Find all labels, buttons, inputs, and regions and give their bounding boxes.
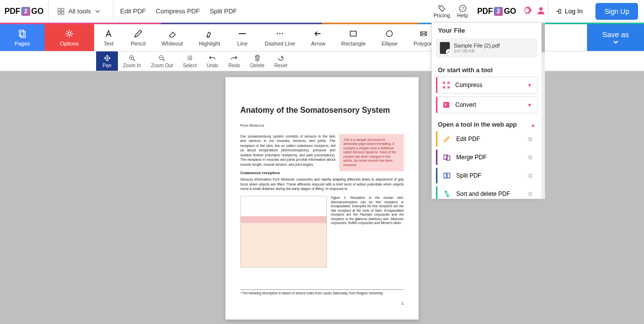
user-button[interactable] — [534, 3, 548, 19]
panel-scrollbar[interactable] — [541, 23, 545, 199]
line-tool[interactable]: Line — [228, 24, 257, 51]
svg-rect-1 — [61, 8, 64, 11]
svg-line-20 — [133, 59, 135, 60]
undo-button[interactable]: Undo — [202, 51, 223, 71]
page-number: 1 — [402, 301, 404, 306]
logo-right[interactable]: PDF2GO — [473, 7, 520, 16]
svg-rect-2 — [58, 12, 60, 14]
page-title: Anatomy of the Somatosensory System — [240, 106, 404, 115]
delete-button[interactable]: Delete — [245, 51, 269, 71]
your-file-heading: Your File — [432, 23, 541, 38]
logo-2-icon: 2 — [21, 7, 30, 16]
pencil-tool[interactable]: Pencil — [123, 24, 154, 51]
line-icon — [237, 29, 247, 39]
page-p2: Sensory information from Meissner corpus… — [240, 177, 404, 191]
convert-tool[interactable]: Convert ▼ — [436, 96, 537, 113]
compress-tool[interactable]: Compress ▼ — [436, 77, 537, 93]
top-nav: PDF2GO All tools Edit PDF Compress PDF S… — [0, 0, 644, 23]
pages-icon — [17, 29, 27, 39]
rectangle-tool[interactable]: Rectangle — [333, 24, 374, 51]
nav-pricing[interactable]: Pricing — [433, 4, 450, 18]
pan-button[interactable]: Pan — [96, 51, 118, 71]
logo-go: GO — [31, 7, 44, 16]
svg-point-4 — [440, 6, 441, 7]
select-button[interactable]: Select — [178, 51, 202, 71]
reset-button[interactable]: Reset — [269, 51, 292, 71]
nav-help[interactable]: ? Help — [457, 4, 469, 18]
page-note: This is a sample document to showcase pa… — [339, 134, 404, 171]
nav-compresspdf[interactable]: Compress PDF — [156, 7, 200, 15]
pan-icon — [104, 54, 111, 62]
svg-point-10 — [68, 32, 71, 35]
highlight-tool[interactable]: Highlight — [191, 24, 228, 51]
settings-button[interactable] — [520, 3, 534, 19]
ellipse-icon — [384, 29, 394, 39]
pages-button[interactable]: Pages — [0, 24, 45, 51]
save-as-button[interactable]: Save as — [587, 24, 644, 51]
redo-button[interactable]: Redo — [223, 51, 245, 71]
open-in-heading: Open a tool in the web app▲ — [432, 116, 541, 131]
file-name: Sample File (2).pdf — [454, 43, 500, 48]
figure-image — [240, 196, 327, 268]
grid-icon — [57, 8, 64, 15]
file-size: 147.09 KB — [454, 48, 500, 53]
text-tool[interactable]: Text — [94, 24, 123, 51]
svg-rect-3 — [61, 12, 64, 14]
app-sortdelete[interactable]: Sort and delete PDF ⧉ — [436, 186, 537, 199]
svg-line-24 — [163, 59, 164, 60]
svg-rect-15 — [350, 31, 356, 36]
app-editpdf[interactable]: Edit PDF ⧉ — [436, 131, 537, 147]
logo-left[interactable]: PDF2GO — [0, 0, 49, 23]
svg-rect-29 — [444, 173, 446, 178]
svg-rect-9 — [21, 32, 25, 38]
page-subtitle: Cutaneous receptors — [240, 171, 404, 175]
trash-icon — [254, 54, 261, 62]
login-icon — [555, 8, 562, 15]
svg-point-12 — [277, 33, 278, 35]
svg-text:?: ? — [461, 6, 464, 11]
page-author: From Wikibooks — [240, 124, 404, 127]
svg-rect-30 — [447, 173, 450, 178]
app-mergepdf[interactable]: Merge PDF ⧉ — [436, 149, 537, 165]
login-button[interactable]: Log In — [548, 0, 590, 23]
signup-button[interactable]: Sign Up — [595, 3, 638, 20]
svg-rect-8 — [19, 30, 24, 36]
figure-caption: Figure 1: Receptors in the human skin: M… — [331, 196, 404, 268]
text-icon — [104, 29, 113, 39]
dashed-line-tool[interactable]: Dashed Line — [257, 24, 303, 51]
arrow-icon — [313, 29, 323, 39]
svg-rect-0 — [58, 8, 60, 11]
scrollbar-thumb[interactable] — [541, 23, 545, 52]
svg-point-13 — [279, 33, 281, 35]
workspace[interactable]: Anatomy of the Somatosensory System From… — [0, 71, 644, 324]
zoom-out-icon — [158, 54, 165, 62]
or-start-heading: Or start with a tool — [432, 62, 541, 77]
whiteout-tool[interactable]: Whiteout — [154, 24, 191, 51]
split-icon — [442, 171, 451, 180]
chevron-down-icon — [95, 9, 100, 14]
redo-icon — [230, 54, 238, 62]
chevron-down-icon: ▼ — [527, 83, 532, 88]
side-panel: Your File Sample File (2).pdf 147.09 KB … — [431, 23, 541, 199]
all-tools-label: All tools — [68, 7, 91, 15]
pdf-page: Anatomy of the Somatosensory System From… — [225, 77, 419, 320]
nav-splitpdf[interactable]: Split PDF — [210, 7, 237, 15]
options-button[interactable]: Options — [45, 24, 94, 51]
all-tools-dropdown[interactable]: All tools — [49, 0, 113, 23]
toolbar-main: Pages Options Text Pencil Whiteout Highl… — [0, 24, 644, 51]
zoom-in-icon — [128, 54, 136, 62]
zoom-in-button[interactable]: Zoom In — [118, 51, 146, 71]
chevron-up-icon[interactable]: ▲ — [531, 122, 536, 128]
arrow-tool[interactable]: Arrow — [303, 24, 333, 51]
svg-point-7 — [539, 7, 543, 10]
nav-editpdf[interactable]: Edit PDF — [120, 7, 146, 15]
chevron-down-icon: ▼ — [527, 102, 532, 108]
page-footnote: ¹ The following description is based on … — [240, 289, 404, 295]
highlight-icon — [205, 29, 215, 39]
ellipse-tool[interactable]: Ellipse — [374, 24, 405, 51]
app-splitpdf[interactable]: Split PDF ⧉ — [436, 168, 537, 184]
gear-icon — [522, 5, 532, 15]
eraser-icon — [167, 29, 177, 39]
file-item[interactable]: Sample File (2).pdf 147.09 KB — [436, 38, 537, 58]
zoom-out-button[interactable]: Zoom Out — [146, 51, 178, 71]
